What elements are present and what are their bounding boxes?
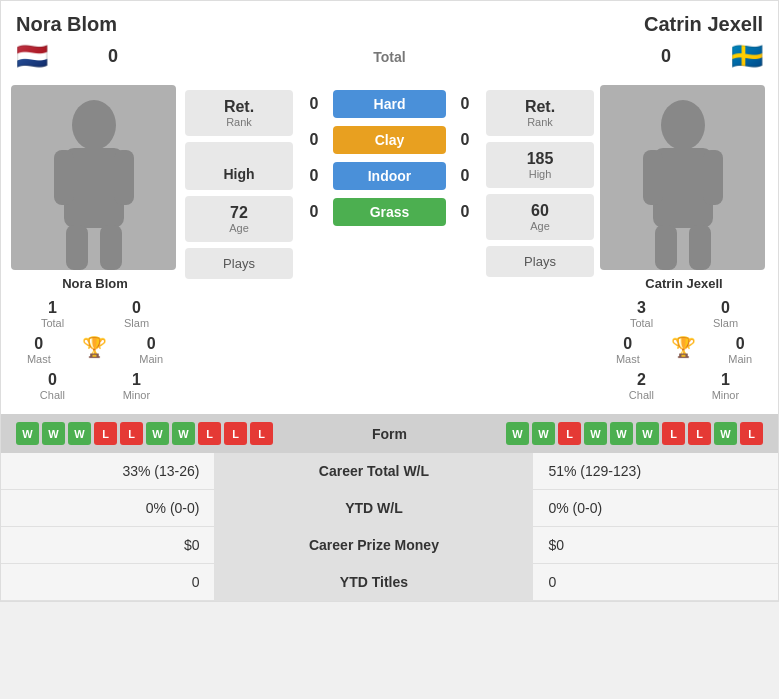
svg-rect-9 (703, 150, 723, 205)
hard-left-score: 0 (299, 95, 329, 113)
right-plays-box: Plays (486, 246, 594, 277)
indoor-left-score: 0 (299, 167, 329, 185)
left-minor-label: Minor (123, 389, 151, 401)
right-chall-stat: 2 (629, 371, 654, 389)
svg-rect-4 (66, 225, 88, 270)
form-badge-right-9: L (740, 422, 763, 445)
form-badge-right-0: W (506, 422, 529, 445)
form-badge-left-7: L (198, 422, 221, 445)
left-high-label: High (223, 166, 254, 182)
right-total-value: 0 (661, 46, 671, 67)
clay-badge: Clay (333, 126, 446, 154)
form-badge-right-4: W (610, 422, 633, 445)
left-silhouette (44, 100, 144, 270)
left-rank-value: Ret. (224, 98, 254, 116)
form-badge-left-0: W (16, 422, 39, 445)
grass-right-score: 0 (450, 203, 480, 221)
right-minor-stat: 1 (712, 371, 740, 389)
form-badge-left-4: L (120, 422, 143, 445)
right-high-value: 185 (527, 150, 554, 168)
right-age-box: 60 Age (486, 194, 594, 240)
left-high-box: High (185, 142, 293, 190)
left-age-label: Age (229, 222, 249, 234)
left-mast-stat: 0 (27, 335, 51, 353)
table-row-career-total: 33% (13-26) Career Total W/L 51% (129-12… (1, 453, 778, 490)
right-stats-column: Ret. Rank 185 High 60 Age Plays (486, 85, 594, 277)
table-row-ytd-titles: 0 YTD Titles 0 (1, 564, 778, 601)
right-form-badges: W W L W W W L L W L (471, 422, 763, 445)
grass-left-score: 0 (299, 203, 329, 221)
right-player-title: Catrin Jexell (644, 13, 763, 36)
ytd-wl-left: 0% (0-0) (1, 490, 214, 527)
clay-right-score: 0 (450, 131, 480, 149)
career-total-label: Career Total W/L (214, 453, 533, 490)
right-flag: 🇸🇪 (731, 41, 763, 72)
table-row-prize-money: $0 Career Prize Money $0 (1, 527, 778, 564)
form-section: W W W L L W W L L L Form W W L W W W L L… (1, 414, 778, 453)
career-total-right: 51% (129-123) (533, 453, 778, 490)
left-rank-box: Ret. Rank (185, 90, 293, 136)
indoor-right-score: 0 (450, 167, 480, 185)
stats-table: 33% (13-26) Career Total W/L 51% (129-12… (1, 453, 778, 601)
svg-rect-2 (54, 150, 74, 205)
left-total-value: 0 (108, 46, 118, 67)
ytd-wl-right: 0% (0-0) (533, 490, 778, 527)
left-age-box: 72 Age (185, 196, 293, 242)
prize-right: $0 (533, 527, 778, 564)
surfaces-column: 0 Hard 0 0 Clay 0 0 Indoor 0 0 Grass 0 (299, 85, 480, 226)
left-age-value: 72 (230, 204, 248, 222)
left-total-stat: 1 (41, 299, 64, 317)
right-high-label: High (529, 168, 552, 180)
form-badge-right-6: L (662, 422, 685, 445)
form-badge-left-1: W (42, 422, 65, 445)
left-chall-stat: 0 (40, 371, 65, 389)
form-badge-right-8: W (714, 422, 737, 445)
left-trophy-icon: 🏆 (82, 336, 107, 358)
form-label: Form (316, 426, 462, 442)
right-mast-label: Mast (616, 353, 640, 365)
ytd-titles-right: 0 (533, 564, 778, 601)
prize-label: Career Prize Money (214, 527, 533, 564)
ytd-titles-left: 0 (1, 564, 214, 601)
right-mast-stat: 0 (616, 335, 640, 353)
hard-right-score: 0 (450, 95, 480, 113)
right-rank-box: Ret. Rank (486, 90, 594, 136)
left-main-label: Main (139, 353, 163, 365)
left-stats-column: Ret. Rank High 72 Age Plays (185, 85, 293, 279)
prize-left: $0 (1, 527, 214, 564)
right-plays-label: Plays (524, 254, 556, 269)
right-player-photo-col: Catrin Jexell 3 Total 0 Slam 0 Mast 🏆 (600, 85, 768, 401)
svg-rect-3 (114, 150, 134, 205)
right-player-photo (600, 85, 765, 270)
left-high-value (237, 150, 241, 166)
svg-rect-8 (643, 150, 663, 205)
form-badge-right-2: L (558, 422, 581, 445)
right-total-label: Total (630, 317, 653, 329)
left-slam-label: Slam (124, 317, 149, 329)
left-main-stat: 0 (139, 335, 163, 353)
form-badge-left-6: W (172, 422, 195, 445)
right-high-box: 185 High (486, 142, 594, 188)
left-form-badges: W W W L L W W L L L (16, 422, 308, 445)
table-row-ytd-wl: 0% (0-0) YTD W/L 0% (0-0) (1, 490, 778, 527)
right-rank-label: Rank (527, 116, 553, 128)
form-badge-right-1: W (532, 422, 555, 445)
hard-badge: Hard (333, 90, 446, 118)
form-badge-left-5: W (146, 422, 169, 445)
right-trophy-icon: 🏆 (671, 336, 696, 358)
left-mast-label: Mast (27, 353, 51, 365)
ytd-titles-label: YTD Titles (214, 564, 533, 601)
right-age-label: Age (530, 220, 550, 232)
left-player-photo-col: Nora Blom 1 Total 0 Slam 0 Mast 🏆 (11, 85, 179, 401)
right-slam-label: Slam (713, 317, 738, 329)
svg-point-0 (72, 100, 116, 150)
form-badge-left-3: L (94, 422, 117, 445)
career-total-left: 33% (13-26) (1, 453, 214, 490)
left-plays-box: Plays (185, 248, 293, 279)
right-main-stat: 0 (728, 335, 752, 353)
left-player-title: Nora Blom (16, 13, 117, 36)
svg-rect-11 (689, 225, 711, 270)
left-slam-stat: 0 (124, 299, 149, 317)
left-minor-stat: 1 (123, 371, 151, 389)
left-chall-label: Chall (40, 389, 65, 401)
